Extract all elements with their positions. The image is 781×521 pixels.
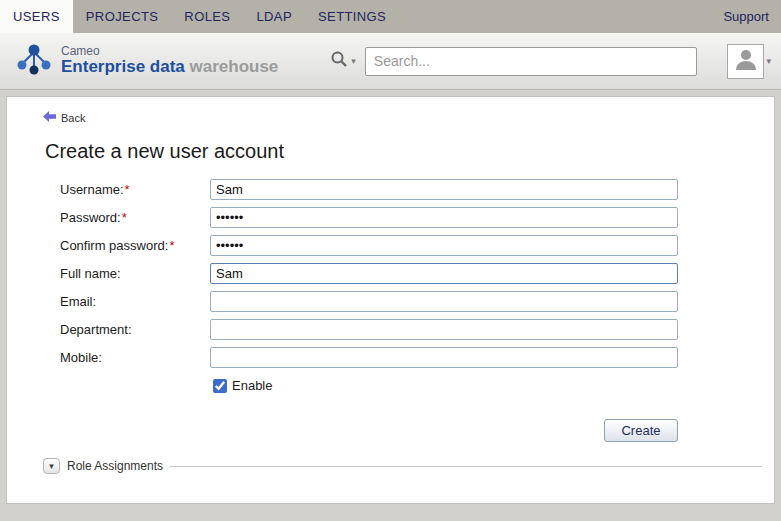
password-input[interactable]: [210, 207, 678, 228]
role-assignments-header[interactable]: ▼ Role Assignments: [43, 458, 762, 474]
required-marker: *: [122, 210, 127, 225]
search-icon[interactable]: [330, 50, 348, 72]
back-label: Back: [61, 112, 85, 124]
email-input[interactable]: [210, 291, 678, 312]
tab-projects[interactable]: PROJECTS: [73, 0, 172, 33]
role-assignments-label: Role Assignments: [67, 459, 163, 473]
tab-label: PROJECTS: [86, 9, 159, 24]
required-marker: *: [125, 182, 130, 197]
tab-label: USERS: [13, 9, 60, 24]
role-assignments-toggle[interactable]: ▼: [43, 458, 60, 474]
product-name-bold: Enterprise data: [61, 57, 185, 76]
page-title: Create a new user account: [45, 140, 774, 163]
user-avatar-button[interactable]: [727, 44, 764, 79]
tab-label: ROLES: [184, 9, 230, 24]
search-input[interactable]: [365, 47, 697, 76]
main-content-panel: Back Create a new user account Username:…: [6, 96, 775, 504]
label-text: Username:: [60, 182, 124, 197]
form-row: Full name:: [60, 263, 774, 284]
section-divider: [170, 466, 762, 467]
mobile-input[interactable]: [210, 347, 678, 368]
full-name-label: Full name:: [60, 266, 210, 281]
tab-ldap[interactable]: LDAP: [243, 0, 305, 33]
app-header: Cameo Enterprise data warehouse ▾: [0, 33, 781, 90]
form-row: Password:*: [60, 207, 774, 228]
label-text: Mobile:: [60, 350, 102, 365]
back-link[interactable]: Back: [43, 111, 85, 124]
mobile-label: Mobile:: [60, 350, 210, 365]
support-link[interactable]: Support: [711, 0, 781, 33]
label-text: Department:: [60, 322, 132, 337]
required-marker: *: [169, 238, 174, 253]
tab-settings[interactable]: SETTINGS: [305, 0, 399, 33]
tab-users[interactable]: USERS: [0, 0, 73, 33]
label-text: Confirm password:: [60, 238, 168, 253]
form-row: Email:: [60, 291, 774, 312]
avatar-group: ▾: [727, 44, 771, 79]
chevron-down-icon: ▼: [48, 462, 56, 471]
app-logo: Cameo Enterprise data warehouse: [14, 39, 278, 83]
avatar-dropdown-caret[interactable]: ▾: [766, 56, 771, 66]
search-group: ▾: [330, 47, 697, 76]
enable-row: Enable: [213, 378, 774, 393]
product-name: Enterprise data warehouse: [61, 58, 278, 77]
logo-text: Cameo Enterprise data warehouse: [61, 45, 278, 77]
top-nav-bar: USERS PROJECTS ROLES LDAP SETTINGS Suppo…: [0, 0, 781, 33]
full-name-input[interactable]: [210, 263, 678, 284]
nav-spacer: [399, 0, 711, 33]
create-user-form: Username:* Password:* Confirm password:*…: [60, 179, 774, 442]
enable-checkbox[interactable]: [213, 379, 227, 393]
label-text: Full name:: [60, 266, 121, 281]
confirm-password-label: Confirm password:*: [60, 238, 210, 253]
username-label: Username:*: [60, 182, 210, 197]
user-avatar-icon: [733, 46, 759, 76]
password-label: Password:*: [60, 210, 210, 225]
department-label: Department:: [60, 322, 210, 337]
form-row: Mobile:: [60, 347, 774, 368]
label-text: Email:: [60, 294, 96, 309]
form-row: Confirm password:*: [60, 235, 774, 256]
create-button[interactable]: Create: [604, 419, 678, 442]
tab-label: LDAP: [256, 9, 292, 24]
tab-label: SETTINGS: [318, 9, 386, 24]
form-row: Username:*: [60, 179, 774, 200]
label-text: Password:: [60, 210, 121, 225]
back-arrow-icon: [43, 111, 56, 124]
enable-label[interactable]: Enable: [232, 378, 272, 393]
form-actions: Create: [60, 419, 678, 442]
confirm-password-input[interactable]: [210, 235, 678, 256]
tab-roles[interactable]: ROLES: [171, 0, 243, 33]
username-input[interactable]: [210, 179, 678, 200]
logo-network-icon: [14, 39, 54, 83]
department-input[interactable]: [210, 319, 678, 340]
product-name-light: warehouse: [190, 57, 279, 76]
search-dropdown-caret[interactable]: ▾: [351, 56, 356, 66]
email-label: Email:: [60, 294, 210, 309]
form-row: Department:: [60, 319, 774, 340]
